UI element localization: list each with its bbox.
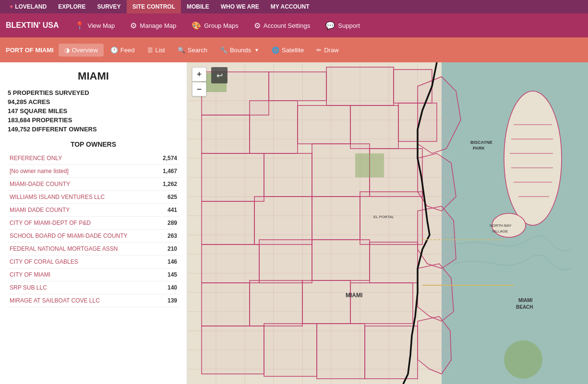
bounds-dropdown-arrow: ▼ xyxy=(254,47,259,53)
owner-name[interactable]: CITY OF MIAMI xyxy=(10,271,50,278)
svg-rect-27 xyxy=(269,72,326,101)
tab-satellite[interactable]: 🌐 Satellite xyxy=(266,44,310,57)
stat-owners: 149,752 DIFFERENT OWNERS xyxy=(8,126,179,133)
owner-count: 289 xyxy=(156,217,179,230)
feed-icon: 🕐 xyxy=(110,47,118,54)
tab-feed[interactable]: 🕐 Feed xyxy=(105,44,141,57)
owner-count: 139 xyxy=(156,294,179,307)
heart-icon: ♥ xyxy=(10,3,13,10)
port-title: PORT OF MIAMI xyxy=(6,47,54,54)
city-title: MIAMI xyxy=(8,70,179,82)
tab-overview[interactable]: ◑ Overview xyxy=(59,44,104,57)
nav-site-control[interactable]: SITE CONTROL xyxy=(127,0,181,13)
view-map-link[interactable]: 📍 View Map xyxy=(68,18,121,33)
nav-who-we-are[interactable]: WHO WE ARE xyxy=(215,0,265,13)
owner-name[interactable]: SCHOOL BOARD OF MIAMI-DADE COUNTY xyxy=(10,233,128,239)
stat-square-miles: 147 SQUARE MILES xyxy=(8,107,179,115)
list-icon: ☰ xyxy=(147,47,153,54)
owner-name[interactable]: CITY OF CORAL GABLES xyxy=(10,258,78,265)
table-row: SCHOOL BOARD OF MIAMI-DADE COUNTY 263 xyxy=(8,230,179,243)
svg-rect-33 xyxy=(350,105,398,149)
svg-rect-53 xyxy=(317,324,365,379)
manage-icon: ⚙ xyxy=(130,21,137,30)
map-svg: NORTH BAY VILLAGE BISCAYNE PARK MIAMI BE… xyxy=(187,62,588,384)
owner-name[interactable]: [No owner name listed] xyxy=(10,168,69,175)
owner-name[interactable]: MIRAGE AT SAILBOAT COVE LLC xyxy=(10,297,100,304)
svg-rect-31 xyxy=(250,101,298,153)
owner-name[interactable]: CITY OF MIAMI-DEPT OF P&D xyxy=(10,220,91,226)
nav-explore[interactable]: EXPLORE xyxy=(52,0,91,13)
nav-my-account[interactable]: MY ACCOUNT xyxy=(265,0,315,13)
table-row: FEDERAL NATIONAL MORTGAGE ASSN 210 xyxy=(8,243,179,256)
tab-list[interactable]: ☰ List xyxy=(142,44,171,57)
table-row: CITY OF CORAL GABLES 146 xyxy=(8,256,179,268)
svg-rect-44 xyxy=(259,240,312,283)
owner-count: 145 xyxy=(156,268,179,281)
table-row: REFERENCE ONLY 2,574 xyxy=(8,152,179,165)
settings-icon: ⚙ xyxy=(254,21,261,30)
nav-survey[interactable]: SURVEY xyxy=(91,0,126,13)
third-navigation: PORT OF MIAMI ◑ Overview 🕐 Feed ☰ List 🔍… xyxy=(0,37,588,62)
svg-text:NORTH BAY: NORTH BAY xyxy=(490,223,512,228)
svg-rect-30 xyxy=(202,115,250,153)
owner-name[interactable]: MIAMI DADE COUNTY xyxy=(10,207,70,213)
svg-rect-36 xyxy=(264,153,312,197)
account-settings-link[interactable]: ⚙ Account Settings xyxy=(247,18,317,33)
svg-rect-48 xyxy=(250,280,302,326)
owner-name[interactable]: WILLIAMS ISLAND VENTURES LLC xyxy=(10,194,105,200)
owner-count: 2,574 xyxy=(156,152,179,165)
tab-bounds[interactable]: 🔧 Bounds ▼ xyxy=(214,44,265,57)
tab-draw[interactable]: ✏ Draw xyxy=(311,44,344,57)
svg-point-62 xyxy=(504,340,542,379)
table-row: [No owner name listed] 1,467 xyxy=(8,165,179,178)
svg-rect-35 xyxy=(202,153,264,201)
svg-rect-50 xyxy=(350,283,413,324)
svg-rect-47 xyxy=(202,283,250,326)
table-row: CITY OF MIAMI 145 xyxy=(8,268,179,281)
group-maps-link[interactable]: 🎨 Group Maps xyxy=(185,18,245,33)
stat-properties-surveyed: 5 PROPERTIES SURVEYED xyxy=(8,89,179,96)
manage-map-link[interactable]: ⚙ Manage Map xyxy=(123,18,183,33)
zoom-controls: + − xyxy=(192,67,206,96)
brand-blextin: BLEXTIN' USA xyxy=(6,21,59,30)
brand-loveland[interactable]: ♥ LOVELAND xyxy=(4,0,52,13)
owner-count: 1,467 xyxy=(156,165,179,178)
support-icon: 💬 xyxy=(325,21,335,30)
svg-text:BEACH: BEACH xyxy=(516,304,533,310)
owner-count: 140 xyxy=(156,281,179,294)
svg-point-63 xyxy=(504,91,562,225)
svg-rect-43 xyxy=(202,244,259,283)
owner-name[interactable]: MIAMI-DADE COUNTY xyxy=(10,181,70,187)
zoom-in-button[interactable]: + xyxy=(192,67,206,81)
svg-text:EL PORTAL: EL PORTAL xyxy=(373,215,395,219)
owner-name[interactable]: SRP SUB LLC xyxy=(10,284,47,291)
table-row: MIAMI-DADE COUNTY 1,262 xyxy=(8,178,179,191)
support-link[interactable]: 💬 Support xyxy=(319,18,367,33)
svg-rect-40 xyxy=(254,197,312,244)
owner-name[interactable]: REFERENCE ONLY xyxy=(10,155,62,162)
table-row: MIRAGE AT SAILBOAT COVE LLC 139 xyxy=(8,294,179,307)
map-area[interactable]: + − ↩ xyxy=(187,62,588,384)
svg-rect-45 xyxy=(312,240,370,280)
group-icon: 🎨 xyxy=(192,21,201,30)
svg-rect-39 xyxy=(202,201,254,244)
svg-text:MIAMI: MIAMI xyxy=(518,298,533,303)
owner-count: 146 xyxy=(156,256,179,268)
svg-rect-28 xyxy=(326,67,394,105)
svg-rect-52 xyxy=(264,324,317,376)
owner-count: 210 xyxy=(156,243,179,256)
svg-text:MIAMI: MIAMI xyxy=(346,292,362,299)
table-row: WILLIAMS ISLAND VENTURES LLC 625 xyxy=(8,191,179,204)
nav-mobile[interactable]: MOBILE xyxy=(181,0,215,13)
owner-count: 441 xyxy=(156,204,179,217)
owner-name[interactable]: FEDERAL NATIONAL MORTGAGE ASSN xyxy=(10,245,118,252)
draw-icon: ✏ xyxy=(316,47,322,54)
svg-rect-46 xyxy=(370,242,418,283)
zoom-out-button[interactable]: − xyxy=(192,82,206,96)
svg-text:PARK: PARK xyxy=(473,146,485,151)
owner-count: 263 xyxy=(156,230,179,243)
tab-search[interactable]: 🔍 Search xyxy=(172,44,213,57)
svg-rect-49 xyxy=(302,280,350,324)
back-button[interactable]: ↩ xyxy=(211,67,228,83)
stat-properties: 183,684 PROPERTIES xyxy=(8,116,179,124)
